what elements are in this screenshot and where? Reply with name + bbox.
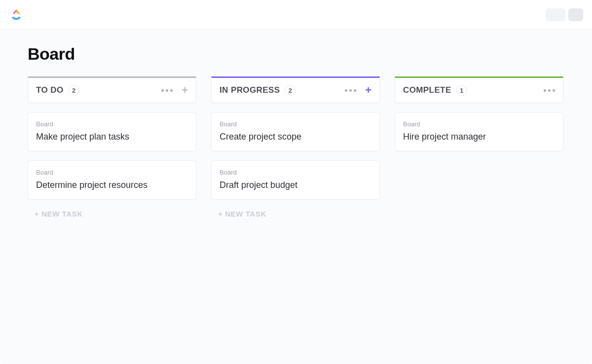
new-task-button[interactable]: + NEW TASK	[28, 207, 196, 221]
column-title: COMPLETE	[403, 85, 451, 95]
column-count-badge: 2	[285, 85, 296, 96]
card-title: Determine project resources	[36, 180, 188, 190]
column-complete: COMPLETE 1 Board Hire project manager	[395, 76, 563, 221]
more-icon[interactable]	[345, 89, 356, 92]
card-list-label: Board	[403, 120, 555, 128]
column-in-progress: IN PROGRESS 2 + Board Create project sco…	[211, 76, 380, 221]
more-icon[interactable]	[544, 89, 555, 92]
plus-icon[interactable]: +	[182, 85, 188, 96]
card-list-label: Board	[220, 169, 371, 176]
topbar-button-2[interactable]	[568, 8, 583, 21]
column-title: TO DO	[36, 85, 64, 95]
task-card[interactable]: Board Hire project manager	[395, 112, 563, 151]
topbar	[0, 0, 592, 30]
card-list-label: Board	[36, 120, 188, 128]
plus-icon[interactable]: +	[365, 85, 371, 96]
board-columns: TO DO 2 + Board Make project plan tasks …	[28, 76, 564, 221]
column-count-badge: 2	[69, 85, 79, 96]
card-title: Hire project manager	[403, 132, 555, 142]
column-header-todo: TO DO 2 +	[28, 76, 196, 103]
task-card[interactable]: Board Make project plan tasks	[28, 112, 196, 151]
task-card[interactable]: Board Draft project budget	[211, 160, 380, 200]
column-todo: TO DO 2 + Board Make project plan tasks …	[28, 76, 196, 221]
column-count-badge: 1	[456, 85, 467, 96]
topbar-actions	[546, 8, 583, 21]
card-title: Make project plan tasks	[36, 132, 188, 142]
more-icon[interactable]	[161, 89, 173, 92]
topbar-button-1[interactable]	[546, 8, 565, 21]
task-card[interactable]: Board Determine project resources	[28, 160, 196, 200]
column-header-in-progress: IN PROGRESS 2 +	[211, 76, 380, 103]
card-title: Create project scope	[220, 132, 371, 142]
column-header-complete: COMPLETE 1	[395, 76, 563, 103]
app-logo-icon	[9, 7, 24, 22]
card-list-label: Board	[220, 120, 371, 128]
card-list-label: Board	[36, 169, 188, 176]
task-card[interactable]: Board Create project scope	[211, 112, 380, 151]
column-title: IN PROGRESS	[220, 85, 280, 95]
page-title: Board	[28, 44, 564, 64]
card-title: Draft project budget	[220, 180, 371, 190]
new-task-button[interactable]: + NEW TASK	[211, 207, 380, 221]
